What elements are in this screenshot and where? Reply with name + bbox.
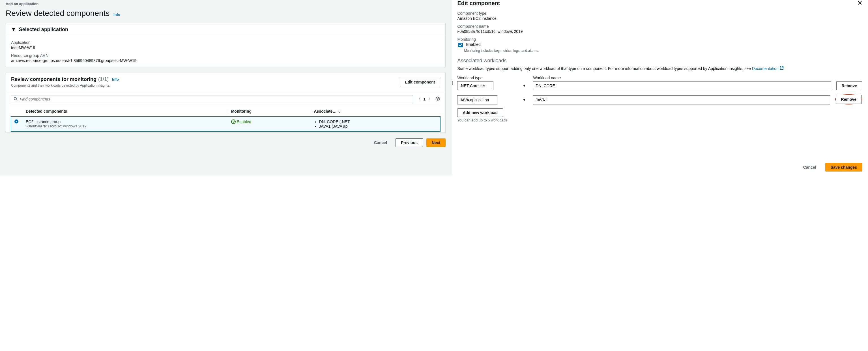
svg-point-0 bbox=[14, 97, 17, 100]
col-associated[interactable]: Associate…▽ bbox=[311, 106, 440, 117]
workload-type-label: Workload type bbox=[457, 76, 528, 80]
close-icon[interactable]: ✕ bbox=[857, 0, 862, 6]
selected-application-card: ▼ Selected application Application test-… bbox=[6, 23, 445, 67]
resize-handle-icon[interactable]: || bbox=[451, 79, 454, 86]
edit-component-button[interactable]: Edit component bbox=[400, 78, 440, 86]
sort-icon: ▽ bbox=[338, 110, 341, 113]
associated-list: DN_CORE (.NET JAVA1 (JAVA ap bbox=[314, 119, 437, 128]
chevron-down-icon: ▼ bbox=[523, 98, 526, 101]
remove-highlight: Remove bbox=[835, 94, 862, 105]
search-icon bbox=[13, 97, 18, 101]
list-item: JAVA1 (JAVA ap bbox=[319, 124, 437, 128]
workload-type-select[interactable]: .NET Core tier bbox=[457, 81, 493, 90]
next-button[interactable]: Next bbox=[426, 139, 445, 147]
info-link[interactable]: Info bbox=[114, 12, 120, 17]
components-table: Detected components Monitoring Associate… bbox=[11, 106, 440, 131]
workload-name-input[interactable] bbox=[533, 95, 830, 105]
review-components-count: (1/1) bbox=[98, 77, 108, 82]
page-title-text: Review detected components bbox=[6, 9, 110, 18]
add-new-workload-button[interactable]: Add new workload bbox=[457, 109, 503, 117]
svg-line-1 bbox=[17, 99, 18, 100]
review-components-info-link[interactable]: Info bbox=[112, 77, 119, 82]
associated-workloads-title: Associated workloads bbox=[457, 58, 862, 64]
review-components-subtitle: Components and their workloads detected … bbox=[11, 84, 119, 87]
page-title: Review detected components Info bbox=[6, 9, 445, 18]
application-value: test-MW-W19 bbox=[11, 45, 440, 50]
selected-application-header[interactable]: ▼ Selected application bbox=[6, 23, 445, 36]
col-detected-components[interactable]: Detected components bbox=[22, 106, 228, 117]
workload-name-label: Workload name bbox=[533, 76, 831, 80]
workload-name-input[interactable] bbox=[533, 81, 831, 90]
breadcrumb: Add an application bbox=[6, 2, 445, 6]
workload-type-select[interactable]: JAVA application bbox=[457, 95, 497, 105]
search-input[interactable] bbox=[19, 96, 411, 101]
review-components-header: Review components for monitoring (1/1) I… bbox=[6, 73, 445, 91]
chevron-down-icon: ▼ bbox=[523, 84, 526, 87]
component-type-value: Amazon EC2 instance bbox=[457, 16, 862, 21]
caret-down-icon: ▼ bbox=[11, 27, 16, 33]
workload-row: Workload type .NET Core tier ▼ Workload … bbox=[457, 76, 862, 90]
component-sub: i-0a0858a7fd11cd51c: windows 2019 bbox=[26, 124, 224, 128]
monitoring-enabled-label: Enabled bbox=[466, 42, 480, 47]
application-label: Application bbox=[11, 40, 440, 45]
check-circle-icon bbox=[231, 119, 236, 124]
panel-title: Edit component bbox=[457, 0, 500, 6]
panel-cancel-button[interactable]: Cancel bbox=[798, 163, 821, 171]
save-changes-button[interactable]: Save changes bbox=[825, 163, 862, 172]
remove-workload-button[interactable]: Remove bbox=[836, 81, 862, 90]
workload-limit-note: You can add up to 5 workloads bbox=[457, 118, 862, 122]
list-item: DN_CORE (.NET bbox=[319, 119, 437, 124]
col-monitoring[interactable]: Monitoring bbox=[228, 106, 311, 117]
resource-group-arn-value: arn:aws:resource-groups:us-east-1:856960… bbox=[11, 58, 440, 63]
component-name-label: Component name bbox=[457, 24, 862, 29]
review-components-card: Review components for monitoring (1/1) I… bbox=[6, 73, 445, 133]
remove-workload-button[interactable]: Remove bbox=[836, 95, 862, 104]
page-next-icon[interactable]: 〉 bbox=[428, 96, 432, 101]
external-link-icon bbox=[780, 66, 784, 71]
table-row[interactable]: EC2 instance group i-0a0858a7fd11cd51c: … bbox=[11, 117, 440, 131]
monitoring-sub: Monitoring includes key metrics, logs, a… bbox=[464, 49, 862, 53]
monitoring-label: Monitoring bbox=[457, 37, 862, 41]
workload-row: JAVA application ▼ Remove bbox=[457, 94, 862, 105]
page-prev-icon[interactable]: 〈 bbox=[417, 96, 421, 101]
review-components-title: Review components for monitoring bbox=[11, 77, 96, 82]
previous-button[interactable]: Previous bbox=[396, 139, 423, 147]
resource-group-arn-label: Resource group ARN bbox=[11, 53, 440, 58]
cancel-button[interactable]: Cancel bbox=[369, 139, 392, 147]
selected-application-title: Selected application bbox=[19, 27, 68, 33]
component-type-label: Component type bbox=[457, 11, 862, 16]
monitoring-enabled-checkbox[interactable] bbox=[458, 43, 463, 47]
settings-gear-icon[interactable] bbox=[435, 96, 440, 102]
row-radio[interactable] bbox=[14, 119, 19, 123]
page-number: 1 bbox=[424, 97, 426, 101]
svg-point-2 bbox=[437, 98, 438, 99]
monitoring-status: Enabled bbox=[231, 119, 251, 124]
component-name-value: i-0a0858a7fd11cd51c: windows 2019 bbox=[457, 29, 862, 34]
documentation-link[interactable]: Documentation bbox=[752, 66, 779, 71]
search-box[interactable] bbox=[11, 95, 413, 103]
associated-workloads-help: Some workload types support adding only … bbox=[457, 66, 862, 71]
component-name: EC2 instance group bbox=[26, 119, 224, 124]
